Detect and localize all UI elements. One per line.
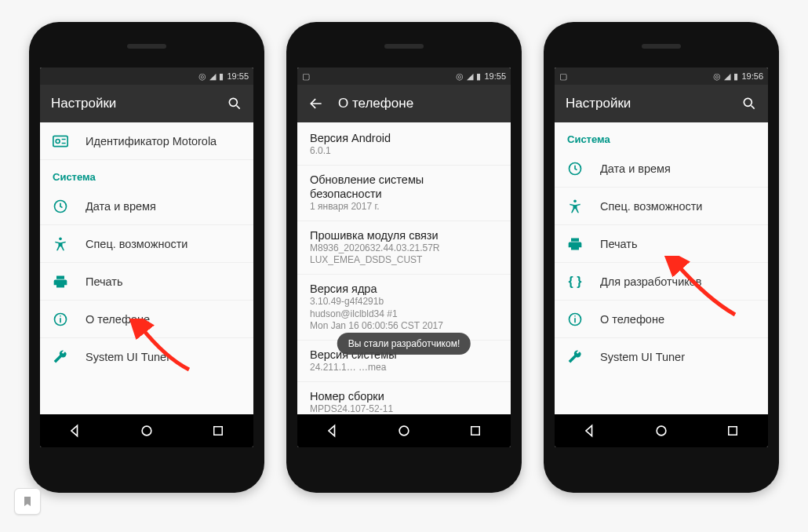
access-icon <box>567 199 583 214</box>
row-print[interactable]: Печать <box>555 225 768 263</box>
row-label: О телефоне <box>600 313 664 326</box>
nav-back-icon[interactable] <box>322 420 344 442</box>
row-accessibility[interactable]: Спец. возможности <box>40 225 253 263</box>
status-battery-icon: ▮ <box>219 71 224 82</box>
toast-developer: Вы стали разработчиком! <box>337 333 471 355</box>
status-screenshot-icon: ▢ <box>302 71 310 82</box>
info-icon <box>567 312 583 327</box>
row-label: Дата и время <box>86 200 156 213</box>
nav-back-icon[interactable] <box>64 420 86 442</box>
braces-icon: { } <box>567 274 583 290</box>
row-label: Дата и время <box>600 162 671 175</box>
row-accessibility[interactable]: Спец. возможности <box>555 188 768 225</box>
info-sub: 3.10.49-g4f4291b hudson@ilclbld34 #1 Mon… <box>310 296 498 333</box>
phone-speaker <box>384 44 424 49</box>
svg-rect-12 <box>213 427 222 435</box>
row-about-phone[interactable]: О телефоне <box>555 301 768 338</box>
about-list: Версия Android 6.0.1 Обновление системы … <box>297 122 511 414</box>
nav-home-icon[interactable] <box>136 420 158 442</box>
settings-list: Система Дата и время Спец. возможности П… <box>555 122 768 414</box>
row-system-ui-tuner[interactable]: System UI Tuner <box>40 338 253 376</box>
nav-recent-icon[interactable] <box>207 420 229 442</box>
phone-frame-2: ▢ ◎ ◢ ▮ 19:55 О телефоне Версия Android … <box>286 22 522 493</box>
row-date-time[interactable]: Дата и время <box>555 150 768 188</box>
svg-point-19 <box>573 199 577 202</box>
info-sub: 24.211.1… …mea <box>310 362 498 374</box>
svg-point-14 <box>399 426 409 435</box>
svg-point-0 <box>229 98 237 106</box>
info-sub: M8936_2020632.44.03.21.57R LUX_EMEA_DSDS… <box>310 242 498 267</box>
print-icon <box>567 236 583 252</box>
row-about-phone[interactable]: О телефоне <box>40 301 253 338</box>
info-icon <box>53 312 68 327</box>
svg-line-17 <box>752 106 755 109</box>
svg-point-10 <box>60 315 61 317</box>
svg-rect-24 <box>728 427 737 435</box>
access-icon <box>53 236 68 252</box>
back-arrow-icon[interactable] <box>308 96 324 111</box>
nav-bar <box>297 414 511 447</box>
svg-point-11 <box>142 426 151 435</box>
info-baseband[interactable]: Прошивка модуля связи M8936_2020632.44.0… <box>297 221 511 275</box>
info-security-update[interactable]: Обновление системы безопасности 1 января… <box>297 166 511 221</box>
row-developer-options[interactable]: { } Для разработчиков <box>555 263 768 301</box>
status-time: 19:55 <box>484 71 506 81</box>
status-sync-icon: ◎ <box>456 71 464 82</box>
svg-point-7 <box>59 237 62 240</box>
info-build-number[interactable]: Номер сборки MPDS24.107-52-11 <box>297 382 511 415</box>
nav-bar <box>40 414 253 447</box>
info-kernel[interactable]: Версия ядра 3.10.49-g4f4291b hudson@ilcl… <box>297 275 511 341</box>
nav-back-icon[interactable] <box>579 420 601 442</box>
status-battery-icon: ▮ <box>733 71 738 82</box>
row-label: System UI Tuner <box>600 351 685 363</box>
app-bar: О телефоне <box>297 85 511 122</box>
clock-icon <box>53 199 68 214</box>
row-date-time[interactable]: Дата и время <box>40 188 253 225</box>
svg-line-1 <box>237 106 240 109</box>
phone-speaker <box>127 44 166 49</box>
bookmark-chip[interactable] <box>14 488 41 515</box>
info-sub: MPDS24.107-52-11 <box>310 403 498 414</box>
phone-frame-3: ▢ ◎ ◢ ▮ 19:56 Настройки Система Дата и в… <box>544 22 779 493</box>
nav-recent-icon[interactable] <box>464 420 486 442</box>
app-bar: Настройки <box>555 85 768 122</box>
status-screenshot-icon: ▢ <box>559 71 567 82</box>
row-system-ui-tuner[interactable]: System UI Tuner <box>555 338 768 376</box>
section-header-system: Система <box>555 122 768 150</box>
phone-speaker <box>642 44 681 49</box>
info-android-version[interactable]: Версия Android 6.0.1 <box>297 124 511 166</box>
status-bar: ◎ ◢ ▮ 19:55 <box>40 67 253 85</box>
search-icon[interactable] <box>227 96 242 111</box>
section-header-system: Система <box>40 160 253 188</box>
settings-list: Идентификатор Motorola Система Дата и вр… <box>40 122 253 414</box>
nav-recent-icon[interactable] <box>722 420 744 442</box>
status-signal-icon: ◢ <box>209 71 216 82</box>
row-label: Для разработчиков <box>600 275 702 288</box>
status-time: 19:56 <box>741 71 763 81</box>
status-sync-icon: ◎ <box>198 71 206 82</box>
row-label: System UI Tuner <box>86 351 170 363</box>
row-label: Спец. возможности <box>86 238 187 250</box>
nav-home-icon[interactable] <box>393 420 415 442</box>
row-print[interactable]: Печать <box>40 263 253 301</box>
row-label: Печать <box>600 238 638 250</box>
wrench-icon <box>567 349 583 365</box>
nav-bar <box>555 414 768 447</box>
info-sub: 1 января 2017 г. <box>310 201 498 213</box>
nav-home-icon[interactable] <box>650 420 672 442</box>
print-icon <box>53 274 68 290</box>
row-label: О телефоне <box>86 313 150 326</box>
info-title: Версия ядра <box>310 282 498 296</box>
phone-screen: ▢ ◎ ◢ ▮ 19:56 Настройки Система Дата и в… <box>555 67 768 447</box>
info-sub: 6.0.1 <box>310 145 498 158</box>
svg-point-23 <box>657 426 666 435</box>
svg-point-3 <box>56 139 60 143</box>
phone-screen: ◎ ◢ ▮ 19:55 Настройки Идентификатор Moto… <box>40 67 253 447</box>
info-title: Обновление системы безопасности <box>310 173 498 201</box>
wrench-icon <box>53 349 68 365</box>
info-title: Прошивка модуля связи <box>310 228 498 242</box>
appbar-title: Настройки <box>566 96 631 111</box>
row-motorola-id[interactable]: Идентификатор Motorola <box>40 122 253 160</box>
search-icon[interactable] <box>741 96 757 111</box>
row-label: Печать <box>86 275 123 288</box>
